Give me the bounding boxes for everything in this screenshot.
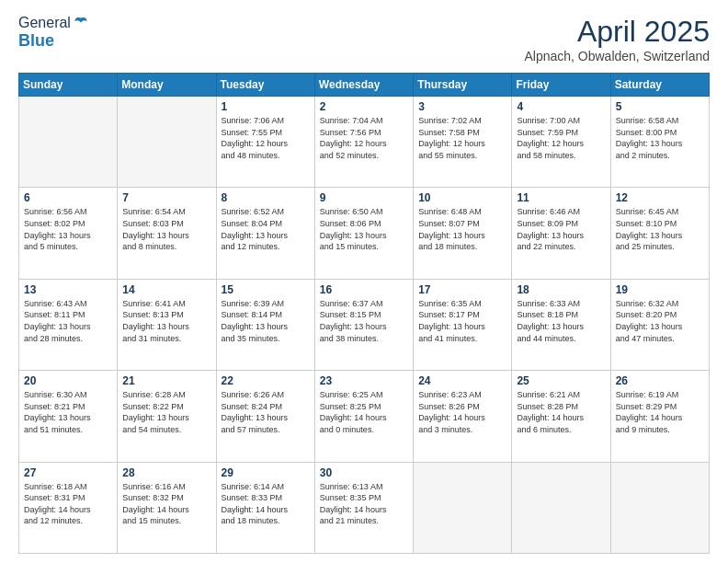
calendar-cell: 9Sunrise: 6:50 AM Sunset: 8:06 PM Daylig…	[314, 188, 413, 279]
calendar-cell: 6Sunrise: 6:56 AM Sunset: 8:02 PM Daylig…	[19, 188, 118, 279]
logo-blue: Blue	[18, 31, 89, 51]
day-number: 26	[616, 374, 704, 387]
col-wednesday: Wednesday	[314, 74, 413, 97]
day-number: 28	[122, 466, 210, 479]
cell-content: Sunrise: 6:35 AM Sunset: 8:17 PM Dayligh…	[418, 298, 506, 344]
day-number: 18	[517, 283, 605, 296]
calendar-cell: 30Sunrise: 6:13 AM Sunset: 8:35 PM Dayli…	[314, 462, 413, 553]
cell-content: Sunrise: 6:30 AM Sunset: 8:21 PM Dayligh…	[24, 389, 112, 435]
day-number: 4	[517, 100, 605, 113]
col-tuesday: Tuesday	[216, 74, 314, 97]
cell-content: Sunrise: 7:00 AM Sunset: 7:59 PM Dayligh…	[517, 115, 605, 161]
cell-content: Sunrise: 6:16 AM Sunset: 8:32 PM Dayligh…	[122, 481, 210, 527]
col-monday: Monday	[118, 74, 216, 97]
col-sunday: Sunday	[19, 74, 118, 97]
calendar-cell: 23Sunrise: 6:25 AM Sunset: 8:25 PM Dayli…	[314, 371, 413, 462]
day-number: 16	[320, 283, 408, 296]
day-number: 23	[320, 374, 408, 387]
logo: General Blue	[18, 15, 89, 51]
calendar-cell: 14Sunrise: 6:41 AM Sunset: 8:13 PM Dayli…	[118, 279, 216, 370]
cell-content: Sunrise: 6:41 AM Sunset: 8:13 PM Dayligh…	[122, 298, 210, 344]
day-number: 1	[222, 100, 310, 113]
cell-content: Sunrise: 7:02 AM Sunset: 7:58 PM Dayligh…	[418, 115, 506, 161]
calendar-cell: 24Sunrise: 6:23 AM Sunset: 8:26 PM Dayli…	[414, 371, 512, 462]
day-number: 11	[517, 191, 605, 204]
cell-content: Sunrise: 6:37 AM Sunset: 8:15 PM Dayligh…	[320, 298, 408, 344]
calendar-cell	[512, 462, 610, 553]
calendar-cell: 4Sunrise: 7:00 AM Sunset: 7:59 PM Daylig…	[512, 97, 610, 188]
col-thursday: Thursday	[414, 74, 512, 97]
calendar-cell	[610, 462, 709, 553]
col-saturday: Saturday	[610, 74, 709, 97]
location: Alpnach, Obwalden, Switzerland	[524, 49, 710, 63]
day-number: 3	[418, 100, 506, 113]
week-row-4: 27Sunrise: 6:18 AM Sunset: 8:31 PM Dayli…	[19, 462, 710, 553]
logo-general: General	[18, 15, 71, 31]
cell-content: Sunrise: 7:04 AM Sunset: 7:56 PM Dayligh…	[320, 115, 408, 161]
calendar-cell: 21Sunrise: 6:28 AM Sunset: 8:22 PM Dayli…	[118, 371, 216, 462]
cell-content: Sunrise: 6:18 AM Sunset: 8:31 PM Dayligh…	[24, 481, 112, 527]
calendar-cell: 29Sunrise: 6:14 AM Sunset: 8:33 PM Dayli…	[216, 462, 314, 553]
calendar-cell: 8Sunrise: 6:52 AM Sunset: 8:04 PM Daylig…	[216, 188, 314, 279]
calendar-cell	[414, 462, 512, 553]
calendar-cell: 15Sunrise: 6:39 AM Sunset: 8:14 PM Dayli…	[216, 279, 314, 370]
calendar-cell	[19, 97, 118, 188]
day-number: 10	[418, 191, 506, 204]
title-block: April 2025 Alpnach, Obwalden, Switzerlan…	[524, 15, 710, 63]
day-number: 13	[24, 283, 112, 296]
calendar-cell: 10Sunrise: 6:48 AM Sunset: 8:07 PM Dayli…	[414, 188, 512, 279]
calendar-cell: 3Sunrise: 7:02 AM Sunset: 7:58 PM Daylig…	[414, 97, 512, 188]
calendar-cell: 5Sunrise: 6:58 AM Sunset: 8:00 PM Daylig…	[610, 97, 709, 188]
cell-content: Sunrise: 6:50 AM Sunset: 8:06 PM Dayligh…	[320, 206, 408, 252]
calendar-cell: 27Sunrise: 6:18 AM Sunset: 8:31 PM Dayli…	[19, 462, 118, 553]
calendar-cell: 12Sunrise: 6:45 AM Sunset: 8:10 PM Dayli…	[610, 188, 709, 279]
cell-content: Sunrise: 6:13 AM Sunset: 8:35 PM Dayligh…	[320, 481, 408, 527]
day-number: 12	[616, 191, 704, 204]
day-number: 21	[122, 374, 210, 387]
day-number: 22	[222, 374, 310, 387]
cell-content: Sunrise: 6:23 AM Sunset: 8:26 PM Dayligh…	[418, 389, 506, 435]
day-number: 5	[616, 100, 704, 113]
week-row-3: 20Sunrise: 6:30 AM Sunset: 8:21 PM Dayli…	[19, 371, 710, 462]
calendar-cell: 13Sunrise: 6:43 AM Sunset: 8:11 PM Dayli…	[19, 279, 118, 370]
cell-content: Sunrise: 6:19 AM Sunset: 8:29 PM Dayligh…	[616, 389, 704, 435]
day-number: 27	[24, 466, 112, 479]
cell-content: Sunrise: 6:14 AM Sunset: 8:33 PM Dayligh…	[222, 481, 310, 527]
calendar-cell: 7Sunrise: 6:54 AM Sunset: 8:03 PM Daylig…	[118, 188, 216, 279]
cell-content: Sunrise: 6:32 AM Sunset: 8:20 PM Dayligh…	[616, 298, 704, 344]
day-number: 15	[222, 283, 310, 296]
cell-content: Sunrise: 6:28 AM Sunset: 8:22 PM Dayligh…	[122, 389, 210, 435]
day-number: 19	[616, 283, 704, 296]
calendar-cell	[118, 97, 216, 188]
col-friday: Friday	[512, 74, 610, 97]
weekday-header-row: Sunday Monday Tuesday Wednesday Thursday…	[19, 74, 710, 97]
logo-bird-icon	[73, 15, 89, 31]
day-number: 30	[320, 466, 408, 479]
calendar-cell: 19Sunrise: 6:32 AM Sunset: 8:20 PM Dayli…	[610, 279, 709, 370]
cell-content: Sunrise: 6:43 AM Sunset: 8:11 PM Dayligh…	[24, 298, 112, 344]
header: General Blue April 2025 Alpnach, Obwalde…	[18, 15, 710, 63]
day-number: 2	[320, 100, 408, 113]
cell-content: Sunrise: 6:58 AM Sunset: 8:00 PM Dayligh…	[616, 115, 704, 161]
week-row-1: 6Sunrise: 6:56 AM Sunset: 8:02 PM Daylig…	[19, 188, 710, 279]
cell-content: Sunrise: 6:26 AM Sunset: 8:24 PM Dayligh…	[222, 389, 310, 435]
cell-content: Sunrise: 6:21 AM Sunset: 8:28 PM Dayligh…	[517, 389, 605, 435]
calendar-cell: 16Sunrise: 6:37 AM Sunset: 8:15 PM Dayli…	[314, 279, 413, 370]
day-number: 6	[24, 191, 112, 204]
calendar-cell: 18Sunrise: 6:33 AM Sunset: 8:18 PM Dayli…	[512, 279, 610, 370]
calendar-cell: 11Sunrise: 6:46 AM Sunset: 8:09 PM Dayli…	[512, 188, 610, 279]
cell-content: Sunrise: 6:45 AM Sunset: 8:10 PM Dayligh…	[616, 206, 704, 252]
calendar-cell: 1Sunrise: 7:06 AM Sunset: 7:55 PM Daylig…	[216, 97, 314, 188]
calendar-cell: 2Sunrise: 7:04 AM Sunset: 7:56 PM Daylig…	[314, 97, 413, 188]
week-row-2: 13Sunrise: 6:43 AM Sunset: 8:11 PM Dayli…	[19, 279, 710, 370]
day-number: 7	[122, 191, 210, 204]
cell-content: Sunrise: 6:54 AM Sunset: 8:03 PM Dayligh…	[122, 206, 210, 252]
cell-content: Sunrise: 6:39 AM Sunset: 8:14 PM Dayligh…	[222, 298, 310, 344]
day-number: 17	[418, 283, 506, 296]
cell-content: Sunrise: 6:25 AM Sunset: 8:25 PM Dayligh…	[320, 389, 408, 435]
cell-content: Sunrise: 6:48 AM Sunset: 8:07 PM Dayligh…	[418, 206, 506, 252]
calendar-cell: 17Sunrise: 6:35 AM Sunset: 8:17 PM Dayli…	[414, 279, 512, 370]
day-number: 14	[122, 283, 210, 296]
day-number: 24	[418, 374, 506, 387]
cell-content: Sunrise: 6:33 AM Sunset: 8:18 PM Dayligh…	[517, 298, 605, 344]
